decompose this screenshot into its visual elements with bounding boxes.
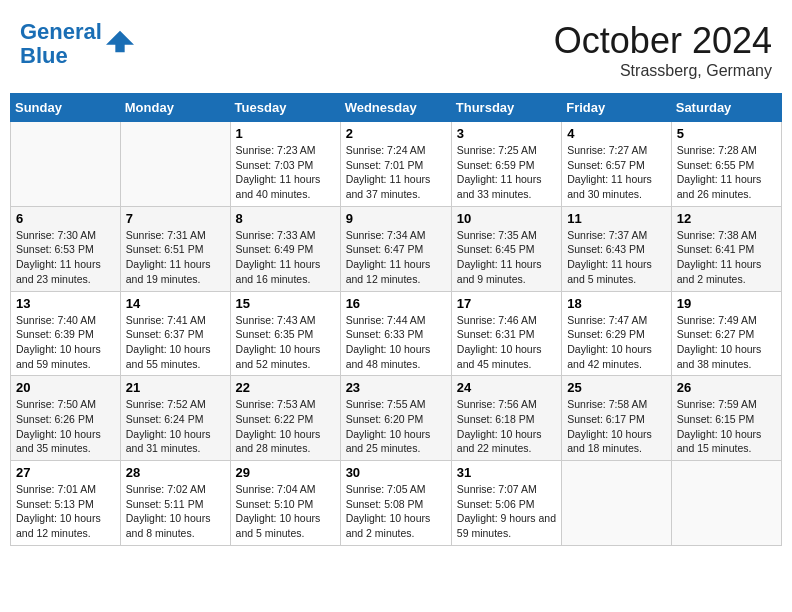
day-number: 13 [16, 296, 115, 311]
calendar-week-row: 20Sunrise: 7:50 AMSunset: 6:26 PMDayligh… [11, 376, 782, 461]
day-number: 1 [236, 126, 335, 141]
day-info: Sunrise: 7:44 AMSunset: 6:33 PMDaylight:… [346, 313, 446, 372]
svg-marker-0 [106, 31, 134, 52]
calendar-cell: 8Sunrise: 7:33 AMSunset: 6:49 PMDaylight… [230, 206, 340, 291]
weekday-header: Thursday [451, 94, 561, 122]
day-number: 21 [126, 380, 225, 395]
calendar-week-row: 1Sunrise: 7:23 AMSunset: 7:03 PMDaylight… [11, 122, 782, 207]
day-info: Sunrise: 7:31 AMSunset: 6:51 PMDaylight:… [126, 228, 225, 287]
logo-text: GeneralBlue [20, 20, 102, 68]
calendar-cell: 10Sunrise: 7:35 AMSunset: 6:45 PMDayligh… [451, 206, 561, 291]
day-number: 15 [236, 296, 335, 311]
calendar-cell: 17Sunrise: 7:46 AMSunset: 6:31 PMDayligh… [451, 291, 561, 376]
day-info: Sunrise: 7:01 AMSunset: 5:13 PMDaylight:… [16, 482, 115, 541]
day-number: 29 [236, 465, 335, 480]
day-info: Sunrise: 7:38 AMSunset: 6:41 PMDaylight:… [677, 228, 776, 287]
day-info: Sunrise: 7:52 AMSunset: 6:24 PMDaylight:… [126, 397, 225, 456]
month-title: October 2024 [554, 20, 772, 62]
weekday-header: Friday [562, 94, 672, 122]
day-info: Sunrise: 7:37 AMSunset: 6:43 PMDaylight:… [567, 228, 666, 287]
day-number: 28 [126, 465, 225, 480]
calendar-cell: 1Sunrise: 7:23 AMSunset: 7:03 PMDaylight… [230, 122, 340, 207]
day-number: 10 [457, 211, 556, 226]
calendar-cell: 29Sunrise: 7:04 AMSunset: 5:10 PMDayligh… [230, 461, 340, 546]
weekday-header: Saturday [671, 94, 781, 122]
calendar-cell: 31Sunrise: 7:07 AMSunset: 5:06 PMDayligh… [451, 461, 561, 546]
day-info: Sunrise: 7:50 AMSunset: 6:26 PMDaylight:… [16, 397, 115, 456]
calendar-cell: 13Sunrise: 7:40 AMSunset: 6:39 PMDayligh… [11, 291, 121, 376]
day-number: 9 [346, 211, 446, 226]
day-number: 19 [677, 296, 776, 311]
calendar-cell: 24Sunrise: 7:56 AMSunset: 6:18 PMDayligh… [451, 376, 561, 461]
day-number: 31 [457, 465, 556, 480]
day-number: 5 [677, 126, 776, 141]
calendar-cell: 19Sunrise: 7:49 AMSunset: 6:27 PMDayligh… [671, 291, 781, 376]
calendar-cell: 23Sunrise: 7:55 AMSunset: 6:20 PMDayligh… [340, 376, 451, 461]
calendar-week-row: 6Sunrise: 7:30 AMSunset: 6:53 PMDaylight… [11, 206, 782, 291]
day-info: Sunrise: 7:30 AMSunset: 6:53 PMDaylight:… [16, 228, 115, 287]
day-number: 16 [346, 296, 446, 311]
day-info: Sunrise: 7:28 AMSunset: 6:55 PMDaylight:… [677, 143, 776, 202]
day-number: 24 [457, 380, 556, 395]
day-info: Sunrise: 7:27 AMSunset: 6:57 PMDaylight:… [567, 143, 666, 202]
day-info: Sunrise: 7:34 AMSunset: 6:47 PMDaylight:… [346, 228, 446, 287]
day-number: 6 [16, 211, 115, 226]
title-section: October 2024 Strassberg, Germany [554, 20, 772, 80]
calendar-week-row: 27Sunrise: 7:01 AMSunset: 5:13 PMDayligh… [11, 461, 782, 546]
calendar-cell: 14Sunrise: 7:41 AMSunset: 6:37 PMDayligh… [120, 291, 230, 376]
calendar-cell: 30Sunrise: 7:05 AMSunset: 5:08 PMDayligh… [340, 461, 451, 546]
calendar-cell: 12Sunrise: 7:38 AMSunset: 6:41 PMDayligh… [671, 206, 781, 291]
calendar-cell: 15Sunrise: 7:43 AMSunset: 6:35 PMDayligh… [230, 291, 340, 376]
day-number: 3 [457, 126, 556, 141]
day-info: Sunrise: 7:59 AMSunset: 6:15 PMDaylight:… [677, 397, 776, 456]
day-info: Sunrise: 7:53 AMSunset: 6:22 PMDaylight:… [236, 397, 335, 456]
calendar-table: SundayMondayTuesdayWednesdayThursdayFrid… [10, 93, 782, 546]
day-number: 17 [457, 296, 556, 311]
day-number: 25 [567, 380, 666, 395]
calendar-week-row: 13Sunrise: 7:40 AMSunset: 6:39 PMDayligh… [11, 291, 782, 376]
calendar-cell [120, 122, 230, 207]
day-info: Sunrise: 7:41 AMSunset: 6:37 PMDaylight:… [126, 313, 225, 372]
location: Strassberg, Germany [554, 62, 772, 80]
logo: GeneralBlue [20, 20, 134, 68]
day-info: Sunrise: 7:25 AMSunset: 6:59 PMDaylight:… [457, 143, 556, 202]
day-info: Sunrise: 7:23 AMSunset: 7:03 PMDaylight:… [236, 143, 335, 202]
calendar-cell: 11Sunrise: 7:37 AMSunset: 6:43 PMDayligh… [562, 206, 672, 291]
weekday-header: Monday [120, 94, 230, 122]
calendar-cell: 3Sunrise: 7:25 AMSunset: 6:59 PMDaylight… [451, 122, 561, 207]
day-info: Sunrise: 7:46 AMSunset: 6:31 PMDaylight:… [457, 313, 556, 372]
calendar-cell: 9Sunrise: 7:34 AMSunset: 6:47 PMDaylight… [340, 206, 451, 291]
day-info: Sunrise: 7:35 AMSunset: 6:45 PMDaylight:… [457, 228, 556, 287]
calendar-cell [11, 122, 121, 207]
day-number: 14 [126, 296, 225, 311]
day-number: 4 [567, 126, 666, 141]
calendar-cell: 25Sunrise: 7:58 AMSunset: 6:17 PMDayligh… [562, 376, 672, 461]
calendar-cell [671, 461, 781, 546]
weekday-header-row: SundayMondayTuesdayWednesdayThursdayFrid… [11, 94, 782, 122]
day-info: Sunrise: 7:40 AMSunset: 6:39 PMDaylight:… [16, 313, 115, 372]
day-info: Sunrise: 7:56 AMSunset: 6:18 PMDaylight:… [457, 397, 556, 456]
calendar-cell: 4Sunrise: 7:27 AMSunset: 6:57 PMDaylight… [562, 122, 672, 207]
day-number: 8 [236, 211, 335, 226]
page-header: GeneralBlue October 2024 Strassberg, Ger… [10, 10, 782, 85]
day-info: Sunrise: 7:43 AMSunset: 6:35 PMDaylight:… [236, 313, 335, 372]
weekday-header: Sunday [11, 94, 121, 122]
day-number: 30 [346, 465, 446, 480]
day-number: 26 [677, 380, 776, 395]
calendar-cell: 16Sunrise: 7:44 AMSunset: 6:33 PMDayligh… [340, 291, 451, 376]
day-info: Sunrise: 7:49 AMSunset: 6:27 PMDaylight:… [677, 313, 776, 372]
day-info: Sunrise: 7:02 AMSunset: 5:11 PMDaylight:… [126, 482, 225, 541]
day-number: 20 [16, 380, 115, 395]
weekday-header: Tuesday [230, 94, 340, 122]
calendar-cell: 20Sunrise: 7:50 AMSunset: 6:26 PMDayligh… [11, 376, 121, 461]
calendar-cell [562, 461, 672, 546]
weekday-header: Wednesday [340, 94, 451, 122]
day-number: 11 [567, 211, 666, 226]
day-info: Sunrise: 7:05 AMSunset: 5:08 PMDaylight:… [346, 482, 446, 541]
day-number: 22 [236, 380, 335, 395]
day-number: 12 [677, 211, 776, 226]
calendar-cell: 2Sunrise: 7:24 AMSunset: 7:01 PMDaylight… [340, 122, 451, 207]
logo-icon [106, 26, 134, 54]
day-info: Sunrise: 7:55 AMSunset: 6:20 PMDaylight:… [346, 397, 446, 456]
calendar-cell: 28Sunrise: 7:02 AMSunset: 5:11 PMDayligh… [120, 461, 230, 546]
